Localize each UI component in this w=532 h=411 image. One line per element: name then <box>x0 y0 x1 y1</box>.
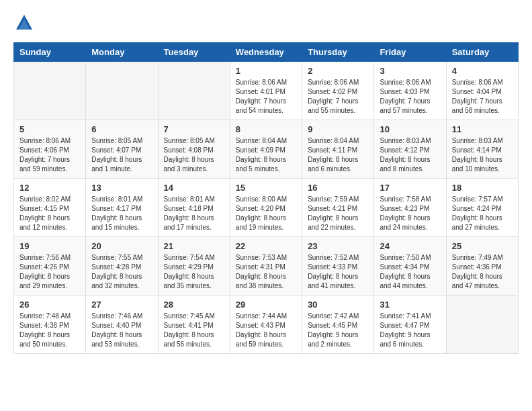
day-cell: 1Sunrise: 8:06 AMSunset: 4:01 PMDaylight… <box>230 62 302 120</box>
week-row-1: 1Sunrise: 8:06 AMSunset: 4:01 PMDaylight… <box>14 62 519 120</box>
day-cell: 17Sunrise: 7:58 AMSunset: 4:23 PMDayligh… <box>374 179 446 237</box>
day-content: Sunrise: 7:58 AMSunset: 4:23 PMDaylight:… <box>380 195 440 232</box>
day-number: 29 <box>236 300 296 310</box>
day-number: 2 <box>308 66 368 76</box>
day-number: 26 <box>19 300 80 310</box>
weekday-header-monday: Monday <box>86 43 158 62</box>
day-cell: 19Sunrise: 7:56 AMSunset: 4:26 PMDayligh… <box>14 237 86 295</box>
day-content: Sunrise: 7:59 AMSunset: 4:21 PMDaylight:… <box>308 195 368 232</box>
day-content: Sunrise: 7:44 AMSunset: 4:43 PMDaylight:… <box>236 312 296 349</box>
day-number: 11 <box>452 124 513 134</box>
day-cell <box>14 62 86 120</box>
day-cell: 27Sunrise: 7:46 AMSunset: 4:40 PMDayligh… <box>86 295 158 354</box>
day-content: Sunrise: 8:06 AMSunset: 4:02 PMDaylight:… <box>308 78 368 116</box>
weekday-header-thursday: Thursday <box>302 43 374 62</box>
day-content: Sunrise: 8:03 AMSunset: 4:14 PMDaylight:… <box>452 136 513 174</box>
day-cell: 26Sunrise: 7:48 AMSunset: 4:38 PMDayligh… <box>14 295 86 354</box>
day-number: 23 <box>308 241 368 251</box>
day-number: 1 <box>236 66 296 76</box>
weekday-header-saturday: Saturday <box>446 43 518 62</box>
day-number: 24 <box>380 241 440 251</box>
day-number: 14 <box>164 183 224 193</box>
logo-icon <box>15 13 34 32</box>
day-number: 10 <box>380 124 440 134</box>
day-cell <box>86 62 158 120</box>
day-content: Sunrise: 8:05 AMSunset: 4:08 PMDaylight:… <box>164 136 224 174</box>
day-number: 22 <box>236 241 296 251</box>
day-cell: 16Sunrise: 7:59 AMSunset: 4:21 PMDayligh… <box>302 179 374 237</box>
week-row-5: 26Sunrise: 7:48 AMSunset: 4:38 PMDayligh… <box>14 295 519 354</box>
logo <box>13 13 34 36</box>
day-content: Sunrise: 7:57 AMSunset: 4:24 PMDaylight:… <box>452 195 513 232</box>
weekday-header-tuesday: Tuesday <box>158 43 230 62</box>
day-cell: 13Sunrise: 8:01 AMSunset: 4:17 PMDayligh… <box>86 179 158 237</box>
day-content: Sunrise: 7:42 AMSunset: 4:45 PMDaylight:… <box>308 312 368 349</box>
day-number: 30 <box>308 300 368 310</box>
week-row-4: 19Sunrise: 7:56 AMSunset: 4:26 PMDayligh… <box>14 237 519 295</box>
day-cell: 9Sunrise: 8:04 AMSunset: 4:11 PMDaylight… <box>302 120 374 179</box>
day-cell: 22Sunrise: 7:53 AMSunset: 4:31 PMDayligh… <box>230 237 302 295</box>
day-content: Sunrise: 7:45 AMSunset: 4:41 PMDaylight:… <box>164 312 224 349</box>
day-content: Sunrise: 7:49 AMSunset: 4:36 PMDaylight:… <box>452 253 513 291</box>
day-number: 19 <box>19 241 80 251</box>
day-content: Sunrise: 8:06 AMSunset: 4:06 PMDaylight:… <box>19 136 80 174</box>
day-number: 27 <box>91 300 152 310</box>
day-cell: 18Sunrise: 7:57 AMSunset: 4:24 PMDayligh… <box>446 179 518 237</box>
day-number: 6 <box>91 124 152 134</box>
day-content: Sunrise: 8:03 AMSunset: 4:12 PMDaylight:… <box>380 136 440 174</box>
day-number: 13 <box>91 183 152 193</box>
day-number: 31 <box>380 300 440 310</box>
day-number: 20 <box>91 241 152 251</box>
day-cell: 21Sunrise: 7:54 AMSunset: 4:29 PMDayligh… <box>158 237 230 295</box>
day-cell: 2Sunrise: 8:06 AMSunset: 4:02 PMDaylight… <box>302 62 374 120</box>
day-cell: 29Sunrise: 7:44 AMSunset: 4:43 PMDayligh… <box>230 295 302 354</box>
day-number: 9 <box>308 124 368 134</box>
calendar-table: SundayMondayTuesdayWednesdayThursdayFrid… <box>13 42 519 354</box>
day-number: 25 <box>452 241 513 251</box>
day-cell: 11Sunrise: 8:03 AMSunset: 4:14 PMDayligh… <box>446 120 518 179</box>
day-cell: 4Sunrise: 8:06 AMSunset: 4:04 PMDaylight… <box>446 62 518 120</box>
day-number: 12 <box>19 183 80 193</box>
day-content: Sunrise: 8:06 AMSunset: 4:03 PMDaylight:… <box>380 78 440 116</box>
day-content: Sunrise: 7:52 AMSunset: 4:33 PMDaylight:… <box>308 253 368 291</box>
weekday-header-row: SundayMondayTuesdayWednesdayThursdayFrid… <box>14 43 519 62</box>
day-number: 4 <box>452 66 513 76</box>
week-row-2: 5Sunrise: 8:06 AMSunset: 4:06 PMDaylight… <box>14 120 519 179</box>
day-cell: 15Sunrise: 8:00 AMSunset: 4:20 PMDayligh… <box>230 179 302 237</box>
weekday-header-sunday: Sunday <box>14 43 86 62</box>
day-cell: 7Sunrise: 8:05 AMSunset: 4:08 PMDaylight… <box>158 120 230 179</box>
day-content: Sunrise: 8:04 AMSunset: 4:11 PMDaylight:… <box>308 136 368 174</box>
day-number: 7 <box>164 124 224 134</box>
day-cell: 25Sunrise: 7:49 AMSunset: 4:36 PMDayligh… <box>446 237 518 295</box>
day-cell: 3Sunrise: 8:06 AMSunset: 4:03 PMDaylight… <box>374 62 446 120</box>
day-content: Sunrise: 8:01 AMSunset: 4:18 PMDaylight:… <box>164 195 224 232</box>
week-row-3: 12Sunrise: 8:02 AMSunset: 4:15 PMDayligh… <box>14 179 519 237</box>
day-cell: 23Sunrise: 7:52 AMSunset: 4:33 PMDayligh… <box>302 237 374 295</box>
day-cell: 28Sunrise: 7:45 AMSunset: 4:41 PMDayligh… <box>158 295 230 354</box>
day-content: Sunrise: 8:04 AMSunset: 4:09 PMDaylight:… <box>236 136 296 174</box>
day-content: Sunrise: 7:41 AMSunset: 4:47 PMDaylight:… <box>380 312 440 349</box>
day-cell: 12Sunrise: 8:02 AMSunset: 4:15 PMDayligh… <box>14 179 86 237</box>
day-number: 21 <box>164 241 224 251</box>
day-content: Sunrise: 8:06 AMSunset: 4:04 PMDaylight:… <box>452 78 513 116</box>
day-content: Sunrise: 7:48 AMSunset: 4:38 PMDaylight:… <box>19 312 80 349</box>
day-content: Sunrise: 8:01 AMSunset: 4:17 PMDaylight:… <box>91 195 152 232</box>
day-content: Sunrise: 7:46 AMSunset: 4:40 PMDaylight:… <box>91 312 152 349</box>
day-cell: 6Sunrise: 8:05 AMSunset: 4:07 PMDaylight… <box>86 120 158 179</box>
day-cell: 14Sunrise: 8:01 AMSunset: 4:18 PMDayligh… <box>158 179 230 237</box>
day-cell: 31Sunrise: 7:41 AMSunset: 4:47 PMDayligh… <box>374 295 446 354</box>
day-content: Sunrise: 7:53 AMSunset: 4:31 PMDaylight:… <box>236 253 296 291</box>
calendar-body: 1Sunrise: 8:06 AMSunset: 4:01 PMDaylight… <box>14 62 519 354</box>
day-content: Sunrise: 7:56 AMSunset: 4:26 PMDaylight:… <box>19 253 80 291</box>
page-header <box>13 13 519 36</box>
day-number: 17 <box>380 183 440 193</box>
day-number: 8 <box>236 124 296 134</box>
day-number: 16 <box>308 183 368 193</box>
day-content: Sunrise: 8:02 AMSunset: 4:15 PMDaylight:… <box>19 195 80 232</box>
day-content: Sunrise: 8:06 AMSunset: 4:01 PMDaylight:… <box>236 78 296 116</box>
day-number: 18 <box>452 183 513 193</box>
day-number: 28 <box>164 300 224 310</box>
day-cell <box>158 62 230 120</box>
day-cell: 30Sunrise: 7:42 AMSunset: 4:45 PMDayligh… <box>302 295 374 354</box>
day-cell: 10Sunrise: 8:03 AMSunset: 4:12 PMDayligh… <box>374 120 446 179</box>
